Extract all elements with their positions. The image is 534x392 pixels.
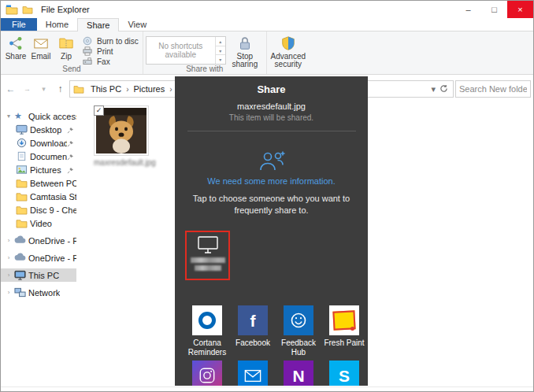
email-icon [32, 35, 50, 52]
nearby-device-button[interactable] [198, 236, 218, 255]
selection-checkbox[interactable]: ✓ [94, 105, 104, 116]
gallery-scrollbar: ▴ ▾ ▾ [215, 37, 225, 64]
address-dropdown-icon[interactable]: ▾ [431, 84, 436, 94]
forward-button[interactable]: → [20, 81, 35, 97]
status-bar [1, 386, 533, 392]
sidebar-item-pictures[interactable]: Pictures [1, 163, 76, 176]
app-facebook[interactable]: f Facebook [230, 305, 276, 357]
close-button[interactable]: × [507, 1, 533, 18]
chevron-right-icon[interactable]: › [6, 237, 12, 244]
up-button[interactable]: ↑ [53, 81, 68, 97]
ribbon-group-send: Share Email Zip Burn to disc [1, 31, 143, 74]
cortana-reminders-icon [192, 305, 222, 335]
advanced-security-button[interactable]: Advanced security [269, 33, 307, 68]
onenote-icon: N [284, 361, 313, 386]
zip-icon [57, 35, 75, 52]
gallery-more-icon[interactable]: ▾ [216, 54, 225, 64]
window-controls: – □ × [455, 1, 533, 18]
share-with-gallery[interactable]: No shortcuts available ▴ ▾ ▾ [146, 36, 226, 65]
app-feedback-hub[interactable]: Feedback Hub [276, 305, 321, 357]
zip-button-label: Zip [61, 53, 72, 61]
instagram-icon [192, 361, 222, 386]
maximize-button[interactable]: □ [481, 1, 507, 18]
group-label-share-with: Share with [143, 65, 266, 74]
sidebar-item-this-pc[interactable]: › This PC [1, 268, 76, 282]
file-thumbnail[interactable]: ✓ [94, 105, 149, 156]
gallery-scroll-down-icon[interactable]: ▾ [216, 46, 225, 55]
divider [187, 131, 356, 131]
sidebar-item-quick-access[interactable]: ▾ ★ Quick access [1, 109, 76, 123]
sidebar-item-desktop[interactable]: Desktop [1, 123, 76, 136]
tab-share[interactable]: Share [77, 18, 119, 31]
chevron-right-icon[interactable]: › [6, 289, 12, 296]
stop-sharing-lock-icon [236, 35, 254, 52]
app-instagram[interactable] [184, 361, 230, 386]
sidebar-item-documents[interactable]: Documents [1, 150, 76, 163]
print-button[interactable]: Print [83, 46, 139, 56]
app-onenote[interactable]: N [276, 361, 321, 386]
device-name-blurred-line [191, 257, 225, 263]
add-people-icon [257, 150, 287, 172]
sidebar-item-label: Between PCs [30, 179, 76, 188]
pictures-icon [16, 165, 28, 175]
chevron-right-icon[interactable]: › [6, 254, 12, 261]
network-icon [14, 287, 26, 298]
refresh-icon[interactable] [439, 84, 448, 94]
fresh-paint-icon [329, 305, 359, 335]
share-apps-row: Cortana Reminders f Facebook Feedback Hu… [184, 305, 367, 357]
address-bar-controls: ▾ [431, 84, 450, 94]
search-box[interactable] [455, 80, 531, 98]
downloads-icon [16, 138, 28, 148]
sidebar-item-label: Desktop [30, 125, 61, 135]
sidebar-item-between-pcs[interactable]: Between PCs [1, 176, 76, 190]
sidebar-item-network[interactable]: › Network [1, 286, 76, 299]
sidebar-item-onedrive-personal[interactable]: › OneDrive - Personal [1, 251, 76, 264]
chevron-down-icon[interactable]: ▾ [6, 113, 12, 120]
stop-sharing-button[interactable]: Stop sharing [226, 33, 264, 68]
ribbon-group-share-with: No shortcuts available ▴ ▾ ▾ Stop sharin… [143, 31, 266, 74]
folder-icon [16, 191, 28, 202]
zip-button[interactable]: Zip [54, 33, 79, 61]
ribbon-tab-row: File Home Share View [1, 18, 533, 31]
breadcrumb-this-pc[interactable]: This PC [87, 84, 124, 94]
share-file-name: maxresdefault.jpg [175, 102, 368, 111]
search-input[interactable] [458, 83, 528, 94]
address-folder-icon [73, 83, 86, 94]
breadcrumb-separator-icon: › [169, 85, 172, 94]
sidebar-item-downloads[interactable]: Downloads [1, 136, 76, 150]
tab-file[interactable]: File [1, 18, 37, 31]
sidebar-item-camtasia-studio[interactable]: Camtasia Studio [1, 190, 76, 203]
sidebar-item-disc-9[interactable]: Disc 9 - Chest & Sho [1, 203, 76, 216]
app-mail[interactable] [230, 361, 276, 386]
burn-to-disc-button[interactable]: Burn to disc [83, 36, 139, 46]
recent-locations-dropdown-icon[interactable]: ▾ [36, 81, 51, 97]
app-skype[interactable]: S [321, 361, 367, 386]
file-item-maxresdefault[interactable]: ✓ maxresdefault.jpg [94, 105, 149, 167]
app-cortana-reminders[interactable]: Cortana Reminders [184, 305, 230, 357]
gallery-scroll-up-icon[interactable]: ▴ [216, 37, 225, 46]
share-info-text: Tap to choose someone who you want to fr… [190, 193, 354, 216]
back-button[interactable]: ← [3, 81, 18, 97]
quick-access-toolbar-folder-icon[interactable] [22, 4, 35, 15]
onenote-n-glyph: N [292, 368, 304, 384]
sidebar-item-video[interactable]: Video [1, 216, 76, 230]
sidebar-item-label: OneDrive - Personal [28, 253, 76, 263]
app-label: Cortana Reminders [184, 338, 230, 357]
minimize-button[interactable]: – [455, 1, 481, 18]
skype-s-glyph: S [339, 368, 350, 384]
tab-view[interactable]: View [119, 18, 155, 31]
pin-icon [67, 139, 74, 146]
pin-icon [67, 153, 74, 160]
share-apps-row-2: N S [184, 361, 367, 386]
facebook-icon: f [238, 305, 268, 335]
tab-home[interactable]: Home [37, 18, 77, 31]
share-info-heading: We need some more information. [175, 176, 368, 186]
chevron-right-icon[interactable]: › [6, 272, 12, 279]
breadcrumb-pictures[interactable]: Pictures [130, 84, 168, 94]
sidebar-item-onedrive-family[interactable]: › OneDrive - Family [1, 234, 76, 247]
share-button[interactable]: Share [3, 33, 28, 61]
sidebar-item-label: OneDrive - Family [28, 236, 76, 246]
app-fresh-paint[interactable]: Fresh Paint [321, 305, 367, 357]
email-button[interactable]: Email [28, 33, 54, 61]
share-button-label: Share [6, 53, 27, 61]
